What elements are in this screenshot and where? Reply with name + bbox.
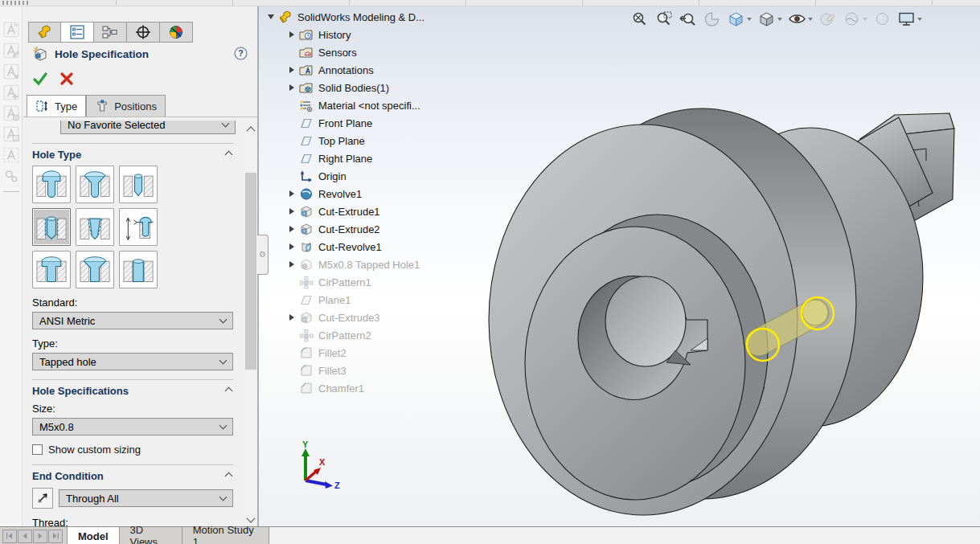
annotation-frame-icon[interactable] (2, 146, 20, 164)
tree-item-cut-extrude1[interactable]: Cut-Extrude1 (264, 202, 505, 220)
expand-arrow-icon[interactable] (286, 190, 297, 197)
screen-button[interactable] (896, 9, 924, 29)
tree-item-cut-extrude3[interactable]: Cut-Extrude3 (264, 309, 505, 326)
hole-specifications-section-header[interactable]: Hole Specifications (32, 385, 233, 397)
hole-type-tapered-tap-button[interactable] (76, 208, 114, 246)
tab-positions[interactable]: Positions (86, 95, 166, 117)
favorite-dropdown[interactable]: No Favorite Selected (60, 121, 236, 134)
hole-type-slot-button[interactable] (119, 251, 158, 288)
annotation-add-icon[interactable] (2, 84, 20, 101)
standard-dropdown[interactable]: ANSI Metric (32, 312, 233, 329)
hole-type-straight-tap-button[interactable] (32, 208, 71, 246)
scrollbar-thumb[interactable] (245, 173, 256, 370)
expand-arrow-icon[interactable] (286, 31, 297, 38)
tree-item-cirpattern1[interactable]: CirPattern1 (264, 273, 505, 291)
feature-manager-tab[interactable] (28, 22, 61, 43)
toolbar-drag-handle[interactable] (2, 1, 30, 5)
type-dropdown[interactable]: Tapped hole (32, 353, 233, 370)
last-tab-button[interactable] (48, 530, 63, 543)
display-style-button[interactable] (756, 9, 784, 29)
end-condition-section-header[interactable]: End Condition (32, 470, 233, 482)
tree-item-fillet3[interactable]: Fillet3 (264, 362, 505, 379)
tree-item-tapped-hole1[interactable]: M5x0.8 Tapped Hole1 (264, 256, 505, 273)
tree-item-cirpattern2[interactable]: CirPattern2 (264, 326, 505, 344)
tree-item-revolve1[interactable]: Revolve1 (264, 185, 505, 202)
tree-item-cut-extrude2[interactable]: Cut-Extrude2 (264, 220, 505, 238)
tab-motion-study-1[interactable]: Motion Study 1 (182, 527, 269, 544)
first-tab-button[interactable] (2, 530, 17, 543)
hole-type-countersink-button[interactable] (76, 166, 114, 203)
property-manager-tab[interactable] (61, 22, 94, 43)
next-tab-button[interactable] (33, 530, 47, 543)
tab-model[interactable]: Model (67, 527, 119, 544)
hide-show-items-button[interactable] (786, 9, 814, 29)
belt-chain-icon[interactable] (2, 167, 20, 185)
annotation-export-icon[interactable] (2, 63, 20, 80)
hole-type-legacy-button[interactable] (119, 208, 158, 246)
expand-arrow-icon[interactable] (286, 67, 297, 73)
view-settings-button[interactable] (871, 9, 893, 29)
scroll-up-icon[interactable] (246, 126, 255, 135)
cancel-button[interactable] (58, 70, 76, 88)
zoom-to-area-button[interactable] (653, 9, 675, 29)
display-style-icon (757, 10, 776, 27)
panel-collapse-handle[interactable] (257, 235, 269, 275)
section-view-button[interactable] (701, 9, 723, 29)
annotation-copy-icon[interactable] (2, 125, 20, 143)
section-divider (32, 379, 233, 380)
view-orientation-button[interactable] (725, 9, 753, 29)
fillet-icon (299, 364, 314, 378)
expand-arrow-icon[interactable] (286, 226, 297, 232)
size-dropdown[interactable]: M5x0.8 (32, 418, 233, 436)
panel-scrollbar[interactable] (244, 123, 257, 526)
scroll-down-icon[interactable] (246, 513, 255, 522)
tree-item-fillet2[interactable]: Fillet2 (264, 344, 505, 362)
tab-3d-views[interactable]: 3D Views (119, 527, 182, 544)
collapse-arrow-icon[interactable] (265, 14, 277, 19)
expand-arrow-icon[interactable] (286, 243, 297, 250)
annotation-favorite-icon[interactable] (2, 21, 20, 39)
tree-item-material[interactable]: Material <not specifi... (264, 96, 505, 114)
dimxpert-manager-tab[interactable] (127, 22, 160, 43)
tree-item-origin[interactable]: Origin (264, 167, 505, 185)
hole-type-counterbore-button[interactable] (32, 166, 71, 203)
expand-arrow-icon[interactable] (286, 84, 297, 91)
tree-item-right-plane[interactable]: Right Plane (264, 149, 505, 167)
show-custom-sizing-checkbox[interactable] (32, 444, 43, 455)
tree-item-annotations[interactable]: Annotations (264, 61, 505, 79)
hole-type-counterbore-slot-button[interactable] (32, 251, 71, 288)
tree-item-cut-revolve1[interactable]: Cut-Revolve1 (264, 238, 505, 256)
configuration-manager-tab[interactable] (94, 22, 127, 43)
chevron-down-icon (222, 121, 230, 127)
ok-button[interactable] (31, 70, 49, 88)
chevron-down-icon (747, 18, 752, 21)
graphics-viewport[interactable]: SolidWorks Modeling & D... History Senso… (259, 6, 980, 526)
end-condition-dropdown[interactable]: Through All (59, 489, 233, 507)
edit-appearance-icon (818, 10, 837, 27)
hole-type-section-header[interactable]: Hole Type (32, 149, 233, 161)
tree-item-front-plane[interactable]: Front Plane (264, 114, 505, 132)
tree-item-plane1[interactable]: Plane1 (264, 291, 505, 309)
previous-tab-button[interactable] (18, 530, 32, 543)
annotation-lock-icon[interactable] (2, 104, 20, 122)
display-manager-tab[interactable] (160, 22, 193, 43)
hole-type-countersink-slot-button[interactable] (76, 251, 114, 288)
annotation-edit-icon[interactable] (2, 42, 20, 59)
end-condition-direction-button[interactable] (32, 488, 53, 509)
tree-item-top-plane[interactable]: Top Plane (264, 132, 505, 149)
expand-arrow-icon[interactable] (286, 261, 297, 268)
tree-item-sensors[interactable]: Sensors (264, 43, 505, 61)
tree-root[interactable]: SolidWorks Modeling & D... (264, 8, 505, 26)
help-icon[interactable] (234, 47, 248, 60)
expand-arrow-icon[interactable] (286, 314, 297, 321)
apply-scene-button[interactable] (841, 9, 869, 29)
edit-appearance-button[interactable] (817, 9, 839, 29)
expand-arrow-icon[interactable] (286, 208, 297, 215)
tree-item-solid-bodies[interactable]: Solid Bodies(1) (264, 79, 505, 96)
tab-type[interactable]: Type (27, 95, 86, 117)
hole-type-hole-button[interactable] (119, 166, 158, 203)
previous-view-button[interactable] (677, 9, 699, 29)
tree-item-history[interactable]: History (264, 26, 505, 43)
tree-item-chamfer1[interactable]: Chamfer1 (264, 379, 505, 397)
zoom-to-fit-button[interactable] (629, 9, 650, 29)
